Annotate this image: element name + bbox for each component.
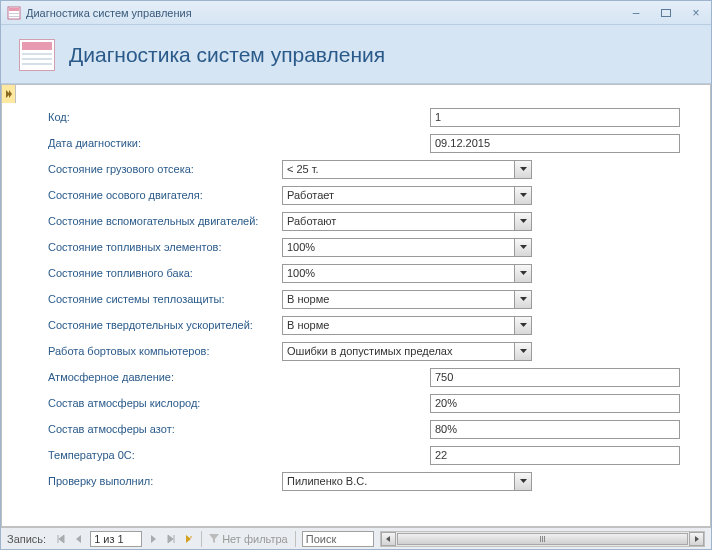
nav-last-button[interactable] xyxy=(162,530,180,548)
nav-first-button[interactable] xyxy=(52,530,70,548)
chevron-down-icon[interactable] xyxy=(514,187,531,204)
nav-prev-button[interactable] xyxy=(70,530,88,548)
label-fuel-tank: Состояние топливного бака: xyxy=(48,267,282,279)
label-kod: Код: xyxy=(48,111,282,123)
nav-filter-indicator[interactable]: Нет фильтра xyxy=(205,533,292,545)
label-aux-engines: Состояние вспомогательных двигателей: xyxy=(48,215,282,227)
combo-heat-shield[interactable]: В норме xyxy=(282,290,532,309)
svg-rect-4 xyxy=(662,9,671,16)
combo-main-engine[interactable]: Работает xyxy=(282,186,532,205)
svg-rect-1 xyxy=(9,8,19,11)
window-controls: – × xyxy=(627,6,705,20)
scroll-left-button[interactable] xyxy=(381,532,396,546)
input-oxygen[interactable]: 20% xyxy=(430,394,680,413)
form-header: Диагностика систем управления xyxy=(1,25,711,84)
nav-next-button[interactable] xyxy=(144,530,162,548)
record-navigator: Запись: 1 из 1 Нет фильтра Поиск xyxy=(1,527,711,549)
label-main-engine: Состояние осового двигателя: xyxy=(48,189,282,201)
label-computers: Работа бортовых компьютеров: xyxy=(48,345,282,357)
funnel-icon xyxy=(209,534,219,544)
label-pressure: Атмосферное давление: xyxy=(48,371,282,383)
chevron-down-icon[interactable] xyxy=(514,239,531,256)
label-nitrogen: Состав атмосферы азот: xyxy=(48,423,282,435)
input-pressure[interactable]: 750 xyxy=(430,368,680,387)
nav-new-button[interactable] xyxy=(180,530,198,548)
nav-label: Запись: xyxy=(1,533,52,545)
svg-rect-2 xyxy=(9,13,19,14)
label-heat-shield: Состояние системы теплозащиты: xyxy=(48,293,282,305)
label-cargo: Состояние грузового отсека: xyxy=(48,163,282,175)
svg-rect-3 xyxy=(9,16,19,17)
nav-search-input[interactable]: Поиск xyxy=(302,531,374,547)
scroll-thumb[interactable] xyxy=(397,533,688,545)
form-header-icon xyxy=(19,39,55,71)
chevron-down-icon[interactable] xyxy=(514,473,531,490)
combo-solid-boosters[interactable]: В норме xyxy=(282,316,532,335)
chevron-down-icon[interactable] xyxy=(514,265,531,282)
form-icon xyxy=(7,6,21,20)
combo-aux-engines[interactable]: Работают xyxy=(282,212,532,231)
combo-computers[interactable]: Ошибки в допустимых пределах xyxy=(282,342,532,361)
input-kod[interactable]: 1 xyxy=(430,108,680,127)
record-selector[interactable] xyxy=(2,85,16,103)
form-title: Диагностика систем управления xyxy=(69,43,385,67)
scroll-right-button[interactable] xyxy=(689,532,704,546)
combo-cargo[interactable]: < 25 т. xyxy=(282,160,532,179)
titlebar: Диагностика систем управления – × xyxy=(1,1,711,25)
chevron-down-icon[interactable] xyxy=(514,291,531,308)
minimize-button[interactable]: – xyxy=(627,6,645,20)
nav-record-position[interactable]: 1 из 1 xyxy=(90,531,142,547)
combo-inspector[interactable]: Пилипенко В.С. xyxy=(282,472,532,491)
label-oxygen: Состав атмосферы кислород: xyxy=(48,397,282,409)
window-title: Диагностика систем управления xyxy=(26,7,627,19)
chevron-down-icon[interactable] xyxy=(514,161,531,178)
horizontal-scrollbar[interactable] xyxy=(380,531,705,547)
close-button[interactable]: × xyxy=(687,6,705,20)
maximize-button[interactable] xyxy=(657,6,675,20)
input-nitrogen[interactable]: 80% xyxy=(430,420,680,439)
combo-fuel-elements[interactable]: 100% xyxy=(282,238,532,257)
chevron-down-icon[interactable] xyxy=(514,343,531,360)
window-frame: Диагностика систем управления – × Диагно… xyxy=(0,0,712,550)
label-temperature: Температура 0С: xyxy=(48,449,282,461)
input-temperature[interactable]: 22 xyxy=(430,446,680,465)
combo-fuel-tank[interactable]: 100% xyxy=(282,264,532,283)
label-solid-boosters: Состояние твердотельных ускорителей: xyxy=(48,319,282,331)
chevron-down-icon[interactable] xyxy=(514,213,531,230)
label-date: Дата диагностики: xyxy=(48,137,282,149)
label-fuel-elements: Состояние топливных элементов: xyxy=(48,241,282,253)
form-body: Код: 1 Дата диагностики: 09.12.2015 Сост… xyxy=(1,84,711,527)
chevron-down-icon[interactable] xyxy=(514,317,531,334)
label-inspector: Проверку выполнил: xyxy=(48,475,282,487)
input-date[interactable]: 09.12.2015 xyxy=(430,134,680,153)
